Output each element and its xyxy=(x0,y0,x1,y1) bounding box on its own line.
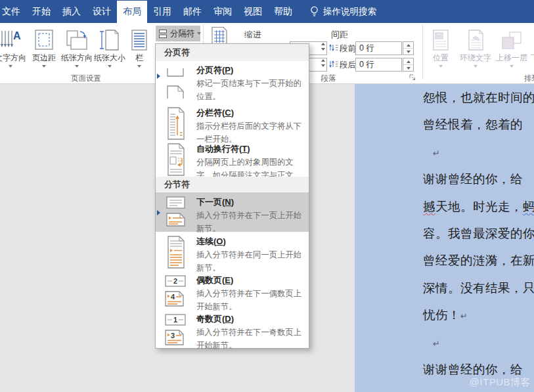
tab-review[interactable]: 审阅 xyxy=(208,0,238,23)
ribbon-tabs: 文件 开始 插入 设计 布局 引用 邮件 审阅 视图 帮助 xyxy=(0,0,298,23)
send-backward-button-disabled: 下移一层 xyxy=(529,25,534,68)
orientation-icon xyxy=(60,25,93,51)
tab-help[interactable]: 帮助 xyxy=(268,0,298,23)
word-window: 文件 开始 插入 设计 布局 引用 邮件 审阅 视图 帮助 操作说明搜索 xyxy=(0,0,534,392)
ribbon-tab-bar: 文件 开始 插入 设计 布局 引用 邮件 审阅 视图 帮助 操作说明搜索 xyxy=(0,0,534,23)
section-breaks-header-strip: 分节符 xyxy=(156,177,309,192)
continuous-icon xyxy=(163,235,192,269)
chevron-down-icon xyxy=(197,32,201,35)
margins-icon xyxy=(29,25,59,51)
chevron-down-icon xyxy=(108,65,112,68)
grid-settings-icon xyxy=(210,26,229,45)
spin-up-icon[interactable] xyxy=(321,43,325,45)
spin-down-icon[interactable] xyxy=(407,51,411,53)
spacing-label: 间距 xyxy=(331,29,348,41)
chevron-down-icon xyxy=(474,65,478,68)
columns-button[interactable]: 栏 xyxy=(126,25,152,68)
document-area[interactable]: 怨恨，也就在时间的 曾经恨着，怨着的 ↵ 谢谢曾经的你，给 撼天地。时光走，蚂 … xyxy=(355,84,534,392)
document-line: 撼天地。时光走，蚂 xyxy=(423,194,534,221)
position-button-disabled: 位置 xyxy=(426,25,456,68)
svg-text:3: 3 xyxy=(171,332,175,339)
page-breaks-section-header: 分页符 xyxy=(156,44,309,61)
document-line: 怨恨，也就在时间的 xyxy=(423,85,534,112)
indent-label: 缩进 xyxy=(244,29,261,41)
paragraph-group-label: 段落 xyxy=(302,74,355,83)
watermark: @ITPUB博客 xyxy=(470,376,531,389)
document-line: ↵ xyxy=(423,139,534,166)
wrap-text-button-disabled: 环绕文字 xyxy=(457,25,494,68)
space-after-input[interactable]: 0 行 xyxy=(355,58,402,72)
page-setup-group-label: 页面设置 xyxy=(71,74,101,83)
spin-down-icon[interactable] xyxy=(321,48,325,51)
columns-icon xyxy=(126,25,152,51)
chevron-down-icon xyxy=(9,65,12,68)
bring-forward-button-disabled: 上移一层 xyxy=(495,25,529,68)
text-direction-icon: A xyxy=(0,25,26,51)
column-break-icon xyxy=(163,106,192,141)
spin-up-icon[interactable] xyxy=(407,44,411,47)
spin-up-icon[interactable] xyxy=(321,59,325,62)
space-before-stepper[interactable] xyxy=(403,41,414,55)
next-page-icon xyxy=(163,196,192,227)
menu-item-page-break[interactable]: 分页符(P) 标记一页结束与下一页开始的位置。 xyxy=(156,61,309,105)
paragraph-dialog-launcher[interactable] xyxy=(409,74,416,81)
tab-view[interactable]: 视图 xyxy=(238,0,268,23)
spin-up-icon[interactable] xyxy=(407,60,411,63)
bring-forward-icon xyxy=(495,25,529,51)
space-after-stepper[interactable] xyxy=(403,58,414,72)
misspelled-word: 撼 xyxy=(423,200,435,213)
tab-home[interactable]: 开始 xyxy=(26,0,56,23)
paper-size-button[interactable]: 纸张大小 xyxy=(93,25,126,68)
margins-button[interactable]: 页边距 xyxy=(29,25,59,68)
document-line: 忧伤！↵ xyxy=(423,302,534,329)
svg-text:2: 2 xyxy=(173,277,177,285)
wrap-text-icon xyxy=(457,25,494,51)
document-line: ↵ xyxy=(423,330,534,357)
tab-file[interactable]: 文件 xyxy=(0,0,26,23)
tab-mailings[interactable]: 邮件 xyxy=(177,0,208,23)
gallery-pointer-icon xyxy=(157,210,160,215)
paragraph-mark: ↵ xyxy=(433,339,440,349)
menu-item-even-page[interactable]: 2 4 偶数页(E) 插入分节符并在下一偶数页上开始新节。 xyxy=(156,271,309,310)
menu-item-continuous[interactable]: 连续(O) 插入分节符并在同一页上开始新节。 xyxy=(156,232,309,271)
tab-design[interactable]: 设计 xyxy=(87,0,117,23)
menu-item-odd-page[interactable]: 1 3 奇数页(D) 插入分节符并在下一奇数页上开始新节。 xyxy=(156,310,309,349)
document-line: 曾经恨着，怨着的 xyxy=(423,112,534,139)
breaks-dropdown-menu: 分页符 分页符(P) 标记一页结束与下一页开始的位置。 xyxy=(155,43,309,349)
tab-references[interactable]: 引用 xyxy=(147,0,177,23)
tab-layout[interactable]: 布局 xyxy=(117,1,147,23)
document-line: 容。我曾最深爱的你 xyxy=(423,221,534,248)
tell-me-label: 操作说明搜索 xyxy=(323,6,376,18)
space-before-input[interactable]: 0 行 xyxy=(355,41,402,55)
menu-item-column-break[interactable]: 分栏符(C) 指示分栏符后面的文字将从下一栏开始。 xyxy=(156,105,309,141)
odd-page-icon: 1 3 xyxy=(163,313,192,347)
paragraph-mark: ↵ xyxy=(433,148,440,158)
breaks-button[interactable]: 分隔符 xyxy=(156,26,200,41)
grammar-flagged-word: 蚂 xyxy=(523,200,534,213)
arrange-group-label: 排列 xyxy=(524,74,534,83)
chevron-down-icon xyxy=(439,65,443,68)
tab-insert[interactable]: 插入 xyxy=(56,0,87,23)
lightbulb-icon xyxy=(310,6,319,17)
gallery-pointer-icon xyxy=(157,74,160,79)
chevron-down-icon xyxy=(137,65,141,68)
svg-text:1: 1 xyxy=(173,316,177,324)
menu-item-text-wrapping[interactable]: 自动换行符(T) 分隔网页上的对象周围的文字，如分隔题注文字与正文。 xyxy=(156,141,309,177)
text-direction-button[interactable]: A 文字方向 xyxy=(0,25,26,68)
paper-size-icon xyxy=(93,25,126,51)
chevron-down-icon xyxy=(510,65,514,68)
space-before-icon xyxy=(328,43,338,53)
svg-text:A: A xyxy=(13,30,21,41)
grid-settings-button[interactable] xyxy=(209,26,230,45)
page-break-small-icon xyxy=(158,29,168,39)
chevron-down-icon xyxy=(42,65,46,68)
menu-item-next-page[interactable]: 下一页(N) 插入分节符并在下一页上开始新节。 xyxy=(156,192,309,232)
chevron-down-icon xyxy=(75,65,79,68)
spin-down-icon[interactable] xyxy=(407,67,411,70)
paragraph-mark: ↵ xyxy=(460,311,468,321)
document-line: 曾经爱的涟漪，在新 xyxy=(423,248,534,274)
orientation-button[interactable]: 纸张方向 xyxy=(60,25,93,68)
spin-down-icon[interactable] xyxy=(321,64,325,67)
tell-me-search[interactable]: 操作说明搜索 xyxy=(310,0,376,23)
position-icon xyxy=(426,25,456,51)
